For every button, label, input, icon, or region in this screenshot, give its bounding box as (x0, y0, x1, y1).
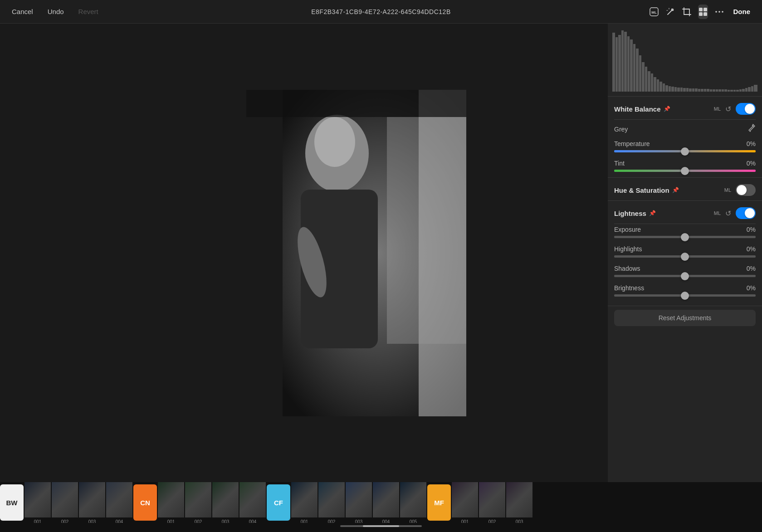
svg-rect-67 (739, 89, 742, 92)
film-thumbnail[interactable] (79, 482, 105, 517)
hue-saturation-toggle[interactable] (736, 184, 756, 196)
svg-rect-10 (703, 12, 707, 16)
shadows-value: 0% (747, 265, 756, 272)
photo-svg (246, 90, 466, 416)
svg-rect-32 (636, 49, 639, 92)
film-thumb-inner (479, 482, 505, 517)
filmstrip-scroll[interactable]: BW001002003004CN001002003004CF0010020030… (0, 482, 762, 523)
film-badge-cn[interactable]: CN (133, 484, 157, 521)
tint-track[interactable] (614, 170, 756, 172)
svg-rect-68 (742, 89, 745, 92)
svg-rect-43 (669, 86, 671, 92)
svg-point-13 (722, 11, 723, 13)
film-thumbnail[interactable] (239, 482, 266, 517)
svg-point-11 (715, 11, 717, 13)
svg-rect-31 (633, 44, 635, 92)
crop-icon-button[interactable] (682, 5, 692, 19)
film-thumb-inner (24, 482, 51, 517)
highlights-thumb[interactable] (681, 253, 689, 261)
hue-saturation-title: Hue & Saturation 📌 (614, 186, 679, 194)
film-thumbnail[interactable] (452, 482, 478, 517)
temperature-thumb[interactable] (681, 147, 689, 156)
temperature-track[interactable] (614, 150, 756, 152)
top-bar-left: Cancel Undo Revert (9, 6, 100, 17)
film-badge-mf[interactable]: MF (427, 484, 451, 521)
film-thumbnail[interactable] (400, 482, 426, 517)
eyedropper-icon[interactable] (747, 123, 756, 135)
svg-rect-65 (733, 90, 736, 92)
reset-adjustments-button[interactable]: Reset Adjustments (614, 310, 756, 326)
svg-rect-15 (246, 90, 283, 416)
ml-icon-button[interactable]: ML (649, 5, 659, 19)
film-frame-label: 004 (382, 518, 390, 523)
tint-label: Tint (614, 160, 625, 167)
film-badge-cf[interactable]: CF (267, 484, 290, 521)
hs-toggle-knob (737, 185, 747, 195)
wand-icon-button[interactable] (665, 5, 675, 19)
svg-rect-55 (704, 89, 706, 92)
exposure-thumb[interactable] (681, 233, 689, 241)
film-thumb-inner (318, 482, 345, 517)
svg-line-2 (668, 10, 672, 15)
revert-button[interactable]: Revert (76, 6, 101, 17)
film-thumb-inner (373, 482, 399, 517)
film-badge-bw[interactable]: BW (0, 484, 24, 521)
hue-saturation-header: Hue & Saturation 📌 ML (614, 178, 756, 200)
right-panel: White Balance 📌 ML ↺ Grey (608, 24, 762, 482)
more-icon-button[interactable] (714, 5, 724, 19)
svg-rect-45 (674, 87, 677, 92)
film-frame-label: 003 (222, 518, 230, 523)
brightness-track[interactable] (614, 294, 756, 297)
exposure-label: Exposure (614, 226, 641, 233)
adjustments-icon-button[interactable] (698, 5, 708, 19)
svg-rect-52 (695, 88, 698, 92)
film-thumbnail[interactable] (106, 482, 132, 517)
highlights-value: 0% (747, 245, 756, 253)
film-thumbnail[interactable] (291, 482, 318, 517)
film-thumbnail[interactable] (24, 482, 51, 517)
svg-rect-48 (683, 88, 686, 92)
shadows-slider-row: Shadows 0% (614, 263, 756, 283)
film-frame-label: 002 (61, 518, 69, 523)
svg-rect-69 (745, 88, 747, 92)
svg-rect-47 (680, 88, 683, 92)
film-thumbnail[interactable] (373, 482, 399, 517)
wb-reset-icon[interactable]: ↺ (725, 105, 731, 113)
tint-thumb[interactable] (681, 167, 689, 175)
done-button[interactable]: Done (731, 6, 753, 17)
svg-rect-54 (701, 89, 703, 92)
shadows-thumb[interactable] (681, 272, 689, 280)
l-reset-icon[interactable]: ↺ (725, 209, 731, 218)
brightness-thumb[interactable] (681, 292, 689, 300)
film-thumb-inner (52, 482, 78, 517)
temperature-label: Temperature (614, 140, 650, 147)
film-thumbnail[interactable] (52, 482, 78, 517)
lightness-section: Lightness 📌 ML ↺ Exposure 0% (608, 201, 762, 306)
svg-rect-34 (642, 62, 645, 92)
highlights-track[interactable] (614, 255, 756, 258)
brightness-label: Brightness (614, 284, 644, 292)
film-thumbnail[interactable] (318, 482, 345, 517)
shadows-track[interactable] (614, 275, 756, 277)
svg-rect-39 (657, 79, 659, 92)
shadows-label: Shadows (614, 265, 640, 272)
film-thumbnail[interactable] (346, 482, 372, 517)
svg-rect-51 (692, 88, 694, 92)
main-area: White Balance 📌 ML ↺ Grey (0, 24, 762, 482)
film-frame-label: 005 (410, 518, 417, 523)
film-thumbnail[interactable] (479, 482, 505, 517)
tint-value: 0% (747, 160, 756, 167)
svg-rect-56 (707, 89, 709, 92)
film-thumbnail[interactable] (506, 482, 532, 517)
grey-row: Grey (614, 120, 756, 138)
cancel-button[interactable]: Cancel (9, 6, 36, 17)
exposure-track[interactable] (614, 236, 756, 238)
film-thumbnail[interactable] (158, 482, 184, 517)
lightness-toggle[interactable] (736, 207, 756, 219)
white-balance-toggle[interactable] (736, 103, 756, 115)
film-thumbnail[interactable] (212, 482, 239, 517)
film-thumb-inner (79, 482, 105, 517)
film-frame-label: 003 (516, 518, 523, 523)
film-thumbnail[interactable] (185, 482, 211, 517)
undo-button[interactable]: Undo (45, 6, 67, 17)
